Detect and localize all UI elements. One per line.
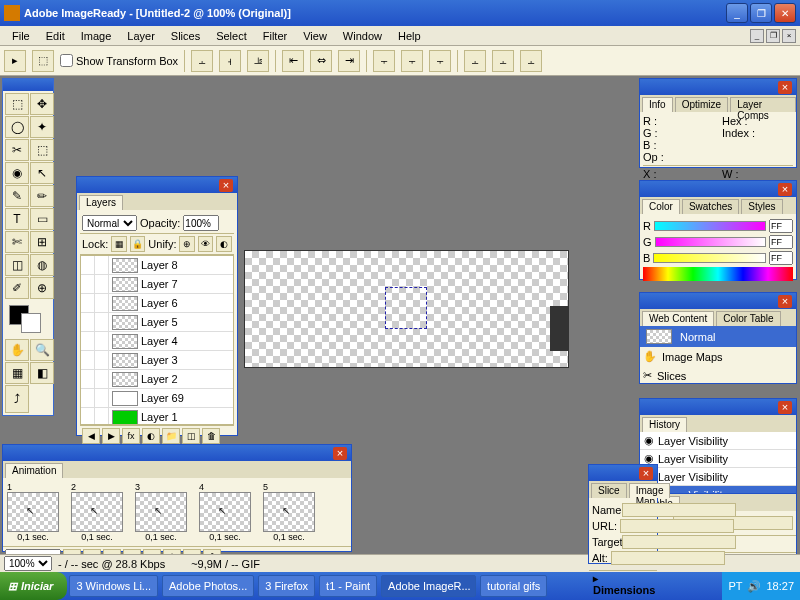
wand-tool[interactable]: ✦ [30, 116, 54, 138]
menu-filter[interactable]: Filter [255, 28, 295, 44]
styles-tab[interactable]: Styles [741, 199, 782, 214]
layer-comps-tab[interactable]: Layer Comps [730, 97, 796, 112]
close-icon[interactable]: × [219, 179, 233, 192]
task-item[interactable]: 3 Windows Li... [69, 575, 158, 597]
tray-icon[interactable]: 🔊 [747, 580, 761, 593]
b-slider[interactable] [653, 253, 766, 263]
distribute-1-icon[interactable]: ⫟ [373, 50, 395, 72]
layer-row[interactable]: Layer 4 [81, 332, 233, 351]
prev-frame-icon[interactable]: ▶ [102, 428, 120, 444]
animation-tab[interactable]: Animation [5, 463, 63, 478]
frame[interactable]: 20,1 sec. [71, 482, 123, 542]
frame[interactable]: 50,1 sec. [263, 482, 315, 542]
delete-layer-icon[interactable]: 🗑 [202, 428, 220, 444]
history-item[interactable]: ◉Layer Visibility [640, 450, 796, 468]
eyedropper-tool[interactable]: ✐ [5, 277, 29, 299]
layer-row[interactable]: Layer 8 [81, 256, 233, 275]
layer-list[interactable]: Layer 8 Layer 7 Layer 6 Layer 5 Layer 4 … [80, 255, 234, 425]
transform-checkbox[interactable] [60, 54, 73, 67]
align-vcenter-icon[interactable]: ⫞ [219, 50, 241, 72]
close-button[interactable]: ✕ [774, 3, 796, 23]
mdi-restore[interactable]: ❐ [766, 29, 780, 43]
task-item[interactable]: 3 Firefox [258, 575, 315, 597]
lang-indicator[interactable]: PT [728, 580, 742, 592]
brush-tool[interactable]: ✎ [5, 185, 29, 207]
alt-input[interactable] [611, 551, 725, 565]
document-canvas[interactable] [244, 250, 569, 368]
layer-mask-icon[interactable]: ◐ [142, 428, 160, 444]
pencil-tool[interactable]: ✏ [30, 185, 54, 207]
target-input[interactable] [622, 535, 736, 549]
frame[interactable]: 10,1 sec. [7, 482, 59, 542]
task-item[interactable]: t1 - Paint [319, 575, 377, 597]
r-value[interactable] [769, 219, 793, 233]
clone-tool[interactable]: ⊕ [30, 277, 54, 299]
menu-slices[interactable]: Slices [163, 28, 208, 44]
lock-transparency-icon[interactable]: ▦ [111, 236, 127, 252]
align-bottom-icon[interactable]: ⫡ [247, 50, 269, 72]
name-input[interactable] [622, 503, 736, 517]
frame[interactable]: 40,1 sec. [199, 482, 251, 542]
align-top-icon[interactable]: ⫠ [191, 50, 213, 72]
url-input[interactable] [620, 519, 734, 533]
task-item[interactable]: Adobe Photos... [162, 575, 254, 597]
task-item[interactable]: tutorial gifs [480, 575, 547, 597]
im-dimensions-accordion[interactable]: ▸ Dimensions [589, 570, 657, 598]
wc-slices[interactable]: ✂Slices [640, 366, 796, 385]
close-icon[interactable]: × [778, 401, 792, 414]
slice-tab[interactable]: Slice [591, 483, 627, 498]
new-layer-icon[interactable]: ◫ [182, 428, 200, 444]
move-tool-opt[interactable]: ▸ [4, 50, 26, 72]
align-hcenter-icon[interactable]: ⇔ [310, 50, 332, 72]
unify-position-icon[interactable]: ⊕ [179, 236, 195, 252]
layer-row[interactable]: Layer 1 [81, 408, 233, 425]
unify-visibility-icon[interactable]: 👁 [198, 236, 214, 252]
jump-to-ps[interactable]: ⤴ [5, 385, 29, 413]
selection-rect[interactable] [385, 287, 427, 329]
marquee-tool[interactable]: ⬚ [5, 93, 29, 115]
layers-panel-title[interactable]: × [77, 177, 237, 193]
history-tab[interactable]: History [642, 417, 687, 432]
toolbox-grip[interactable] [3, 79, 53, 91]
wc-normal[interactable]: Normal [640, 326, 796, 347]
image-map-select-tool[interactable]: ↖ [30, 162, 54, 184]
distribute-6-icon[interactable]: ⫠ [520, 50, 542, 72]
distribute-4-icon[interactable]: ⫠ [464, 50, 486, 72]
opacity-input[interactable] [183, 215, 219, 231]
align-right-icon[interactable]: ⇥ [338, 50, 360, 72]
zoom-select[interactable]: 100% [4, 556, 52, 571]
swatches-tab[interactable]: Swatches [682, 199, 739, 214]
layer-row[interactable]: Layer 7 [81, 275, 233, 294]
maximize-button[interactable]: ❐ [750, 3, 772, 23]
clock[interactable]: 18:27 [766, 580, 794, 592]
slice-select-tool[interactable]: ⬚ [30, 139, 54, 161]
wc-image-maps[interactable]: ✋Image Maps [640, 347, 796, 366]
eraser-tool[interactable]: ◫ [5, 254, 29, 276]
lock-all-icon[interactable]: 🔒 [130, 236, 146, 252]
menu-select[interactable]: Select [208, 28, 255, 44]
layer-row[interactable]: Layer 5 [81, 313, 233, 332]
move-tool[interactable]: ✥ [30, 93, 54, 115]
auto-select-opt[interactable]: ⬚ [32, 50, 54, 72]
info-tab[interactable]: Info [642, 97, 673, 112]
lasso-tool[interactable]: ◯ [5, 116, 29, 138]
layer-row[interactable]: Layer 2 [81, 370, 233, 389]
b-value[interactable] [769, 251, 793, 265]
frame[interactable]: 30,1 sec. [135, 482, 187, 542]
image-map-tool[interactable]: ◉ [5, 162, 29, 184]
optimize-tab[interactable]: Optimize [675, 97, 728, 112]
close-icon[interactable]: × [778, 295, 792, 308]
align-left-icon[interactable]: ⇤ [282, 50, 304, 72]
menu-layer[interactable]: Layer [119, 28, 163, 44]
layer-row[interactable]: Layer 3 [81, 351, 233, 370]
type-tool[interactable]: T [5, 208, 29, 230]
distribute-5-icon[interactable]: ⫠ [492, 50, 514, 72]
menu-window[interactable]: Window [335, 28, 390, 44]
first-frame-icon[interactable]: ◀ [82, 428, 100, 444]
mdi-close[interactable]: × [782, 29, 796, 43]
mdi-minimize[interactable]: _ [750, 29, 764, 43]
layer-style-icon[interactable]: fx [122, 428, 140, 444]
slice-tool[interactable]: ✂ [5, 139, 29, 161]
menu-edit[interactable]: Edit [38, 28, 73, 44]
menu-view[interactable]: View [295, 28, 335, 44]
